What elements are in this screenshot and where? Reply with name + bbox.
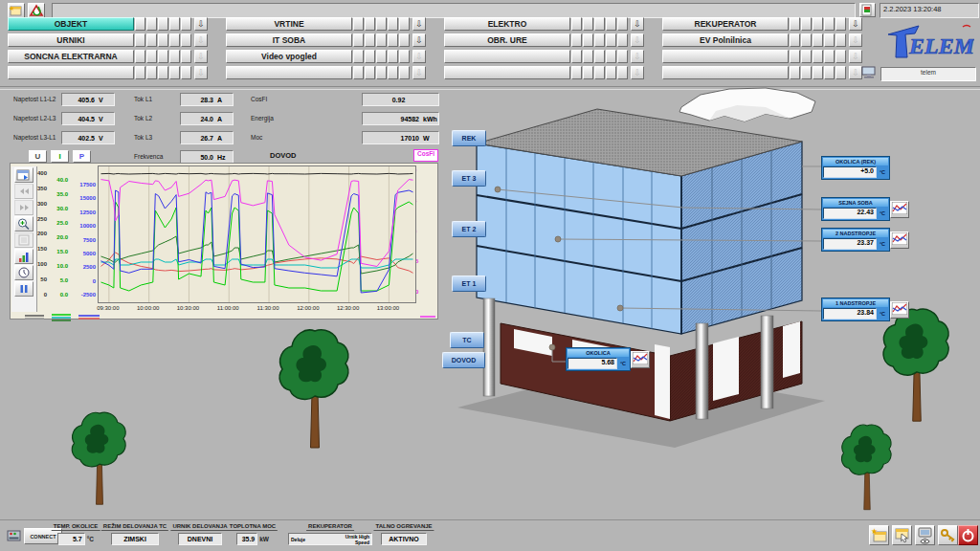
menu-slot-button [376,66,387,79]
tick-label-p: 5000 [63,251,96,256]
menu-slot-button[interactable] [365,33,375,47]
menu-slot-button[interactable] [617,17,628,31]
menu-slot-button[interactable] [617,33,628,47]
menu-slot-button[interactable] [824,17,835,31]
menu-row: VRTINE⇩ [226,17,426,31]
menu-slot-button[interactable] [824,33,835,47]
new-window-icon[interactable]: ★ [869,525,889,545]
menu-slot-button[interactable] [146,17,157,31]
menu-slot-button[interactable] [146,50,157,63]
menu-slot-button[interactable] [399,50,410,63]
menu-slot-button[interactable] [813,17,823,31]
menu-slot-button[interactable] [181,50,191,63]
tree [279,330,348,448]
tree [841,425,891,510]
alarm-line-field[interactable] [52,3,856,18]
menu-slot-button[interactable] [571,17,582,31]
menu-slot-button[interactable] [353,50,364,63]
menu-slot-button[interactable] [594,33,605,47]
menu-slot-button[interactable] [790,33,800,47]
status-label: REŽIM DELOVANJA TC [101,523,168,531]
menu-slot-button[interactable] [399,17,410,31]
menu-slot-button[interactable] [353,17,364,31]
menu-slot-button[interactable] [169,33,180,47]
menu-dropdown-arrow-icon[interactable]: ⇩ [194,17,208,31]
menu-button-objekt[interactable]: OBJEKT [8,17,134,31]
trend-chart-button[interactable] [631,351,650,368]
menu-slot-button[interactable] [606,33,616,47]
menu-dropdown-arrow-icon[interactable]: ⇩ [412,17,426,31]
axis-button-p[interactable]: P [73,150,91,163]
series-i-cyan [101,259,413,268]
menu-button-elektro[interactable]: ELEKTRO [444,17,570,31]
nav-button-et-1[interactable]: ET 1 [452,276,486,292]
tick-label-p: 7500 [63,237,96,243]
menu-button-video-vpogled[interactable]: Video vpogled [226,50,352,63]
menu-button-soncna-elektrarna[interactable]: SONCNA ELEKTRARNA [8,50,134,63]
menu-slot-button[interactable] [181,17,191,31]
menu-button-it-soba[interactable]: IT SOBA [226,33,352,47]
menu-slot-button[interactable] [606,17,616,31]
alarm-ack-icon[interactable] [28,3,45,18]
menu-slot-button[interactable] [146,33,157,47]
menu-slot-button[interactable] [813,33,823,47]
menu-dropdown-arrow-icon[interactable]: ⇩ [631,17,644,31]
menu-slot-button[interactable] [158,17,168,31]
status-value-2: Urnik High Speed [330,534,371,545]
select-window-icon[interactable] [892,525,912,545]
menu-slot-button[interactable] [365,17,375,31]
menu-slot-button[interactable] [376,17,387,31]
screen-view-icon[interactable] [915,525,935,545]
menu-button-ev-polnilnica[interactable]: EV Polnilnica [662,33,789,47]
nav-button-rek[interactable]: REK [452,130,486,146]
menu-button-obr-ure[interactable]: OBR. URE [444,33,570,47]
menu-slot-button[interactable] [399,33,410,47]
menu-slot-button[interactable] [135,33,145,47]
trend-chart-button[interactable] [890,201,909,218]
menu-slot-button[interactable] [158,33,168,47]
nav-button-dovod[interactable]: DOVOD [442,352,485,368]
menu-slot-button[interactable] [135,50,145,63]
menu-slot-button[interactable] [388,33,398,47]
menu-slot-button[interactable] [583,33,593,47]
menu-button-rekuperator[interactable]: REKUPERATOR [662,17,789,31]
key-icon[interactable] [938,525,958,545]
power-icon[interactable] [958,525,978,545]
nav-button-et-3[interactable]: ET 3 [452,170,486,187]
menu-slot-button[interactable] [801,17,812,31]
menu-slot-button[interactable] [790,17,800,31]
meter-napetost-l3-l1: Napetost L3-L1402.5V [13,131,113,144]
menu-slot-button[interactable] [135,17,145,31]
menu-slot-button[interactable] [388,17,398,31]
trend-chart-button[interactable] [890,231,909,249]
menu-slot-button[interactable] [388,50,398,63]
menu-slot-button [353,66,364,79]
menu-slot-button[interactable] [594,17,605,31]
menu-button-vrtine[interactable]: VRTINE [226,17,352,31]
menu-slot-button[interactable] [376,50,387,63]
page-flag-icon[interactable] [859,3,876,17]
menu-dropdown-arrow-icon[interactable]: ⇩ [849,17,862,31]
trend-chart-button[interactable] [890,301,909,319]
series-u-napetost [101,173,413,174]
axis-button-u[interactable]: U [29,150,47,163]
menu-slot-button[interactable] [181,33,191,47]
menu-slot-button[interactable] [169,50,180,63]
menu-slot-button[interactable] [365,50,375,63]
menu-slot-button[interactable] [835,33,846,47]
menu-slot-button[interactable] [801,33,812,47]
menu-slot-button[interactable] [571,33,582,47]
plot-area[interactable] [98,165,416,303]
menu-slot-button[interactable] [583,17,593,31]
menu-slot-button[interactable] [376,33,387,47]
menu-slot-button[interactable] [353,33,364,47]
axis-button-i[interactable]: I [51,150,69,163]
menu-dropdown-arrow-icon[interactable]: ⇩ [412,33,426,47]
menu-button-urniki[interactable]: URNIKI [8,33,134,47]
menu-slot-button[interactable] [169,17,180,31]
nav-button-et-2[interactable]: ET 2 [452,221,486,237]
menu-slot-button[interactable] [835,17,846,31]
nav-button-tc[interactable]: TC [450,332,484,348]
menu-slot-button[interactable] [158,50,168,63]
new-page-icon[interactable]: ★ [8,3,25,18]
